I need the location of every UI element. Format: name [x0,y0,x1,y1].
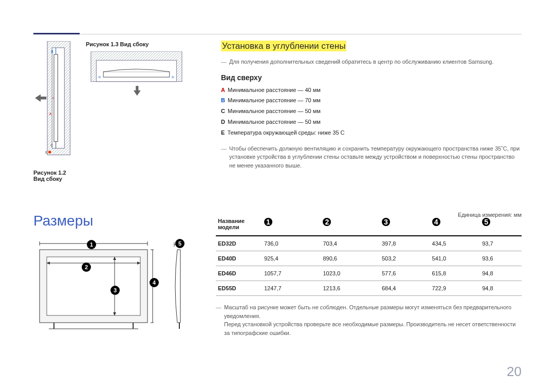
subheading-top-view: Вид сверху [221,73,522,82]
dimensions-table: Название модели 1 2 3 4 5 ED32D736,0703,… [216,215,522,296]
figure-side-dimensions [168,238,189,334]
ventilation-warning: Чтобы обеспечить должную вентиляцию и со… [221,144,522,170]
table-row: ED32D736,0703,4397,8434,593,7 [216,236,522,251]
dim-marker-3: 3 [110,286,120,295]
svg-rect-19 [47,257,140,315]
install-note: Для получения дополнительных сведений об… [221,58,522,66]
section-heading-install: Установка в углублении стены [221,41,346,51]
dim-marker-2: 2 [82,263,91,272]
figure-1-3-label: Рисунок 1.3 Вид сбоку [86,41,189,47]
svg-text:B: B [51,50,53,53]
clearance-spec-list: A Минимальное расстояние — 40 мм B Миним… [221,85,522,138]
svg-marker-17 [134,86,141,96]
svg-text:A: A [49,112,52,116]
figure-1-2-label: Рисунок 1.2 Вид сбоку [33,170,75,182]
svg-point-9 [48,151,51,154]
figure-1-2-side-view: B A C E Рис [33,41,75,182]
svg-text:D: D [99,76,101,79]
unit-label: Единица измерения: мм [458,212,522,218]
dim-marker-1: 1 [87,240,96,249]
table-row: ED46D1057,71023,0577,6615,894,8 [216,266,522,281]
dim-marker-4: 4 [150,278,159,287]
dim-marker-5: 5 [175,239,184,248]
dimensions-note: Масштаб на рисунке может быть не соблюде… [216,303,522,337]
section-heading-dimensions: Размеры [33,213,206,229]
figure-front-dimensions [33,238,154,334]
figure-1-3-top-view: D D [84,51,189,101]
svg-marker-11 [35,94,46,102]
table-row: ED40D925,4890,6503,2541,093,6 [216,251,522,266]
table-row: ED55D1247,71213,6684,4722,994,8 [216,281,522,296]
svg-text:E: E [45,151,48,154]
svg-text:D: D [172,76,174,79]
svg-rect-14 [103,72,170,77]
svg-rect-2 [54,54,58,142]
page-number: 20 [507,364,522,380]
svg-text:C: C [51,143,53,147]
col-model-name: Название модели [216,215,262,236]
